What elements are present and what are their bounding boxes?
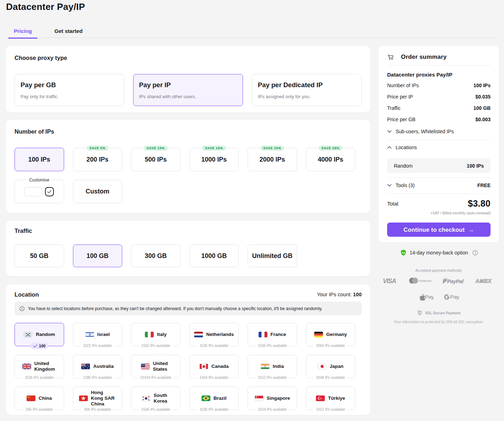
svg-text:VISA: VISA [383, 278, 396, 284]
svg-text:Pay: Pay [425, 294, 434, 300]
svg-text:14: 14 [402, 251, 405, 254]
svg-text:PayPal: PayPal [447, 279, 464, 284]
svg-text:P: P [442, 279, 446, 285]
svg-text:Pay: Pay [450, 293, 459, 299]
svg-text:mastercard: mastercard [419, 279, 431, 282]
svg-text:AMEX: AMEX [475, 278, 492, 284]
